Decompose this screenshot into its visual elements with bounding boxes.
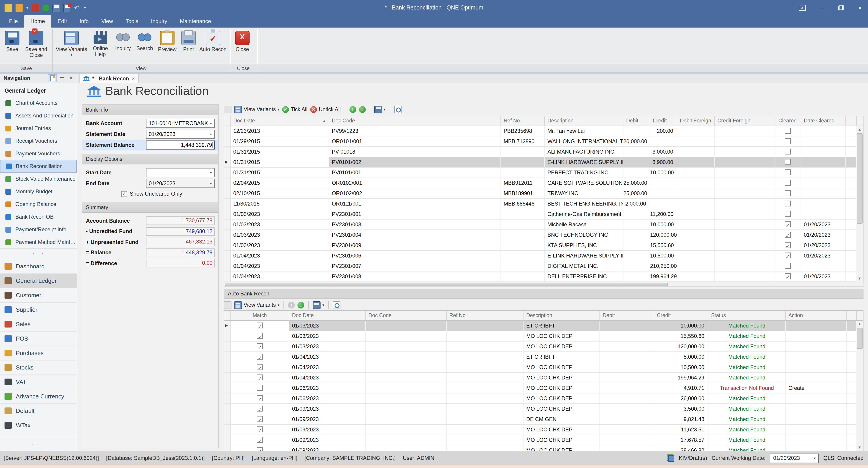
close-button[interactable]: Close <box>231 28 253 61</box>
key-icon[interactable] <box>31 3 39 12</box>
checkbox-match[interactable] <box>257 395 263 401</box>
untick-all-button[interactable]: ×Untick All <box>310 106 341 113</box>
move-up-icon[interactable]: ↑ <box>349 106 356 113</box>
checkbox-match[interactable] <box>257 427 263 432</box>
table-row[interactable]: 01/31/2015PV 01018ALI MANUFACTURING INC3… <box>224 147 863 157</box>
nav-modules-more[interactable]: · · · <box>0 437 77 447</box>
checkbox-cleared[interactable] <box>784 232 790 238</box>
column-header-doc-code[interactable]: Doc Code <box>366 311 447 320</box>
start-date-select[interactable]: ▾ <box>146 168 215 177</box>
checkbox-cleared[interactable] <box>784 190 790 196</box>
cell-cleared[interactable] <box>774 136 801 146</box>
view-variants-button[interactable]: View Variants▾ <box>234 301 279 309</box>
cell-cleared[interactable] <box>774 126 801 136</box>
table-row[interactable]: 01/09/2023MO LOC CHK DEP3,500.00Matched … <box>224 404 863 414</box>
checkbox-cleared[interactable] <box>784 253 790 258</box>
module-item-stocks[interactable]: Stocks <box>0 360 77 374</box>
tick-all-button[interactable]: ✓Tick All <box>282 106 307 113</box>
sidebar-item-chart-of-accounts[interactable]: Chart of Accounts <box>0 97 77 109</box>
table-row[interactable]: 01/31/2015PV0101/001PERFECT TRADING INC.… <box>224 168 863 178</box>
cell-cleared[interactable] <box>774 261 801 271</box>
column-header-blank[interactable] <box>847 311 857 320</box>
checkbox-cleared[interactable] <box>784 273 790 279</box>
checkbox-match[interactable] <box>257 416 263 422</box>
column-header-doc-code[interactable]: Doc Code <box>329 116 501 126</box>
checkbox-match[interactable] <box>257 385 263 391</box>
online-help-button[interactable]: Online Help <box>89 28 112 61</box>
table-row[interactable]: 01/09/2023MO LOC CHK DEP11,623.51Matched… <box>224 425 863 435</box>
module-item-sales[interactable]: Sales <box>0 317 77 331</box>
scrollbar-thumb[interactable] <box>857 328 863 349</box>
table-row[interactable]: 11/30/2015OR0111/001MBB 685446BEST TECH … <box>224 199 863 209</box>
column-header-doc-date[interactable]: Doc Date▲ <box>230 116 329 126</box>
module-item-supplier[interactable]: Supplier <box>0 302 77 317</box>
column-header-action[interactable]: Action <box>786 311 847 320</box>
grid-vertical-scrollbar[interactable]: ▲ ▼ <box>856 126 863 282</box>
find-icon[interactable] <box>333 301 340 309</box>
sidebar-item-payment-method-mainte[interactable]: Payment Method Mainte... <box>0 236 77 248</box>
tab-close-icon[interactable]: × <box>131 75 135 81</box>
column-header-credit[interactable]: Credit <box>650 116 677 126</box>
cell-match[interactable] <box>230 404 289 414</box>
grid-vertical-scrollbar[interactable]: ▲ ▼ <box>856 321 863 451</box>
column-header-blank[interactable] <box>224 311 230 320</box>
column-header-debit[interactable]: Debit <box>623 116 650 126</box>
table-row[interactable]: 02/04/2015OR0102/001MBB912011CARE SOFTWA… <box>224 178 863 188</box>
cell-match[interactable] <box>230 435 289 445</box>
cell-match[interactable] <box>230 373 289 382</box>
show-uncleared-only-checkbox[interactable] <box>121 191 127 197</box>
column-header-blank[interactable] <box>224 116 230 126</box>
cell-cleared[interactable] <box>774 178 801 188</box>
checkbox-cleared[interactable] <box>784 159 790 165</box>
scrollbar-thumb[interactable] <box>857 133 863 224</box>
table-row[interactable]: 01/03/2023MO LOC CHK DEP15,550.60Matched… <box>224 331 863 341</box>
cell-cleared[interactable] <box>774 147 801 157</box>
save-button[interactable]: Save <box>2 28 23 61</box>
checkbox-match[interactable] <box>257 343 263 349</box>
checkbox-match[interactable] <box>257 447 263 451</box>
menu-item-inquiry[interactable]: Inquiry <box>145 15 174 28</box>
table-row[interactable]: 01/29/2015OR0101/001MBB 712890WAI HONG I… <box>224 136 863 147</box>
column-header-ref-no[interactable]: Ref No <box>501 116 545 126</box>
column-header-blank[interactable] <box>846 116 857 126</box>
table-row[interactable]: 01/03/2023PV2301/001Catherine-Gas Reimbu… <box>224 209 863 220</box>
sidebar-item-monthly-budget[interactable]: Monthly Budget <box>0 185 77 198</box>
cell-cleared[interactable] <box>774 271 801 281</box>
move-up-icon[interactable]: ↑ <box>288 302 295 308</box>
checkbox-cleared[interactable] <box>784 180 790 186</box>
checkbox-cleared[interactable] <box>784 242 790 248</box>
statement-date-select[interactable]: 01/20/2023▾ <box>146 130 215 139</box>
checkbox-match[interactable] <box>257 406 263 411</box>
module-item-vat[interactable]: VAT <box>0 374 77 389</box>
column-header-debit-foreign[interactable]: Debit Foreign <box>677 116 715 126</box>
restore-icon[interactable] <box>838 5 844 10</box>
column-header-credit[interactable]: Credit <box>654 311 708 320</box>
cell-match[interactable] <box>230 425 289 435</box>
checkbox-match[interactable] <box>257 323 263 328</box>
checkbox-cleared[interactable] <box>784 138 790 144</box>
checkbox-cleared[interactable] <box>784 211 790 217</box>
scrollbar-thumb[interactable] <box>225 283 668 286</box>
column-header-ref-no[interactable]: Ref No <box>447 311 524 320</box>
module-item-dashboard[interactable]: Dashboard <box>0 259 77 273</box>
sidebar-item-assets-and-depreciation[interactable]: Assets And Depreciation <box>0 109 77 122</box>
cell-match[interactable] <box>230 341 289 352</box>
view-variants-button[interactable]: View Variants▾ <box>234 105 279 113</box>
cell-cleared[interactable] <box>774 251 801 261</box>
checkbox-match[interactable] <box>257 374 263 380</box>
table-row[interactable]: 02/10/2015OR0102/002MBB189901TRIWAY INC.… <box>224 188 863 199</box>
checkbox-cleared[interactable] <box>784 128 790 134</box>
move-down-icon[interactable]: ↓ <box>359 106 366 113</box>
checkbox-cleared[interactable] <box>784 221 790 227</box>
column-header-match[interactable]: Match <box>230 311 289 320</box>
sidebar-item-opening-balance[interactable]: Opening Balance <box>0 198 77 210</box>
table-row[interactable]: 01/31/2015PV0101/002E-LINK HARDWARE SUPP… <box>224 157 863 168</box>
column-header-cleared[interactable]: Cleared <box>774 116 801 126</box>
bank-account-select[interactable]: 101-0010: METROBANK▾ <box>146 119 215 128</box>
cell-match[interactable] <box>230 394 289 403</box>
export-button[interactable]: ▾ <box>374 105 385 113</box>
pin-note-icon[interactable] <box>4 3 12 12</box>
find-icon[interactable] <box>394 105 402 113</box>
sidebar-item-stock-value-maintenance[interactable]: Stock Value Maintenance <box>0 173 77 185</box>
sidebar-item-journal-entries[interactable]: Journal Entries <box>0 122 77 135</box>
